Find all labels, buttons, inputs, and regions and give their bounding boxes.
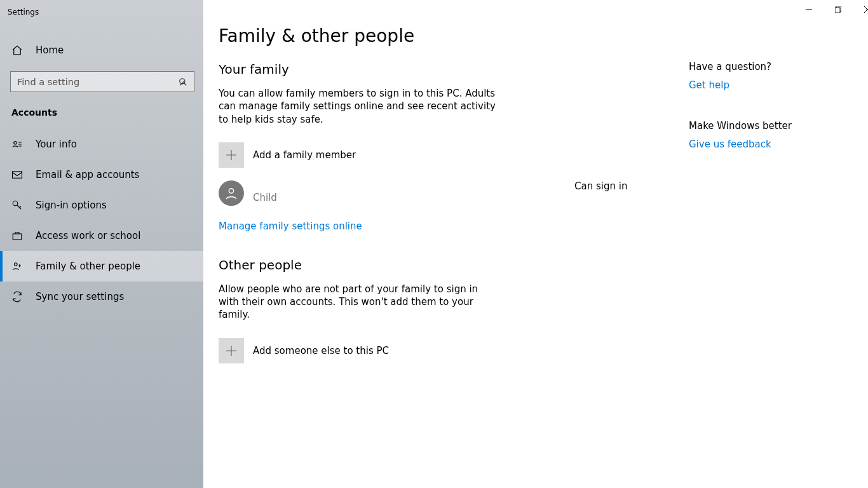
add-family-label: Add a family member [253, 149, 356, 161]
nav-list: Your info Email & app accounts Sign-in o… [0, 129, 203, 312]
other-people-section: Other people Allow people who are not pa… [219, 257, 651, 363]
svg-point-7 [229, 188, 233, 193]
sidebar-item-label: Sync your settings [36, 291, 124, 302]
get-help-link[interactable]: Get help [689, 79, 729, 91]
help-block: Have a question? Get help [689, 61, 867, 91]
svg-rect-2 [13, 172, 22, 179]
key-icon [11, 200, 23, 211]
sidebar-item-family[interactable]: Family & other people [0, 251, 203, 281]
sidebar: Settings Home Accounts [0, 0, 203, 488]
family-section: Your family You can allow family members… [219, 62, 651, 232]
svg-rect-6 [835, 8, 840, 13]
search-box[interactable] [10, 71, 194, 92]
close-button[interactable] [853, 0, 868, 19]
svg-point-5 [15, 263, 18, 266]
manage-family-link[interactable]: Manage family settings online [219, 220, 362, 232]
family-icon [11, 261, 23, 272]
search-container [0, 64, 203, 101]
member-role: Child [253, 192, 566, 203]
main-area: Family & other people Your family You ca… [203, 0, 868, 488]
svg-point-3 [13, 201, 18, 206]
minimize-button[interactable] [794, 0, 824, 19]
search-input[interactable] [17, 77, 179, 87]
add-other-user-button[interactable]: Add someone else to this PC [219, 338, 651, 363]
sidebar-item-label: Sign-in options [36, 200, 107, 211]
home-button[interactable]: Home [0, 37, 203, 64]
content-main: Family & other people Your family You ca… [219, 25, 651, 389]
feedback-block: Make Windows better Give us feedback [689, 120, 867, 150]
family-heading: Your family [219, 62, 651, 77]
member-status: Can sign in [574, 180, 651, 192]
sidebar-item-your-info[interactable]: Your info [0, 129, 203, 159]
family-member-row[interactable]: Child Can sign in [219, 180, 651, 206]
member-info: Child [253, 180, 566, 203]
feedback-link[interactable]: Give us feedback [689, 139, 771, 150]
content: Family & other people Your family You ca… [203, 0, 868, 404]
sidebar-item-work[interactable]: Access work or school [0, 220, 203, 251]
page-title: Family & other people [219, 25, 651, 46]
home-icon [11, 44, 23, 56]
home-label: Home [36, 44, 64, 56]
sidebar-item-label: Access work or school [36, 230, 140, 241]
add-family-member-button[interactable]: Add a family member [219, 142, 651, 168]
person-card-icon [11, 139, 23, 150]
sidebar-item-email[interactable]: Email & app accounts [0, 159, 203, 190]
plus-icon [219, 142, 244, 168]
briefcase-icon [11, 230, 23, 241]
search-icon [179, 78, 187, 86]
avatar-icon [219, 180, 244, 206]
sidebar-item-sync[interactable]: Sync your settings [0, 281, 203, 312]
aside: Have a question? Get help Make Windows b… [689, 25, 867, 389]
sidebar-item-signin[interactable]: Sign-in options [0, 190, 203, 220]
feedback-title: Make Windows better [689, 120, 867, 132]
title-bar [794, 0, 868, 19]
window-title: Settings [0, 5, 203, 19]
svg-point-1 [14, 142, 17, 145]
other-heading: Other people [219, 257, 651, 273]
sync-icon [11, 291, 23, 302]
plus-icon [219, 338, 244, 363]
maximize-button[interactable] [824, 0, 853, 19]
svg-rect-4 [13, 234, 22, 240]
family-description: You can allow family members to sign in … [219, 87, 498, 126]
sidebar-item-label: Email & app accounts [36, 169, 139, 180]
question-title: Have a question? [689, 61, 867, 72]
sidebar-item-label: Your info [36, 139, 77, 150]
sidebar-item-label: Family & other people [36, 261, 140, 272]
mail-icon [11, 169, 23, 180]
category-header: Accounts [0, 101, 203, 124]
other-description: Allow people who are not part of your fa… [219, 283, 498, 322]
add-other-label: Add someone else to this PC [253, 345, 389, 356]
